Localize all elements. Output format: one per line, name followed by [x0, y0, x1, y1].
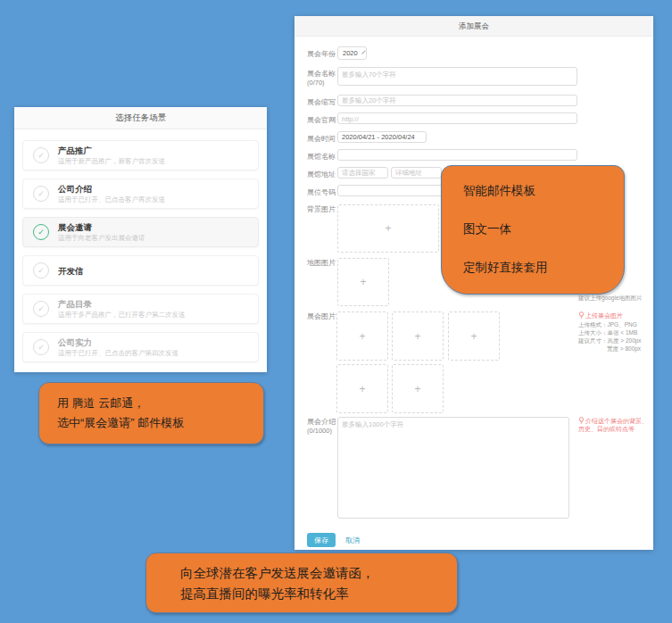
intro-label: 展会介绍*	[307, 417, 340, 427]
year-label: 展会年份*	[307, 49, 340, 59]
callout-line: 图文一体	[463, 222, 624, 236]
year-select-value: 2020	[343, 49, 358, 57]
map-image-upload[interactable]: +	[337, 258, 389, 306]
check-glyph: ✓	[37, 304, 45, 313]
scene-panel-title: 选择任务场景	[14, 107, 267, 129]
scene-option-product-catalog[interactable]: ✓ 产品目录 适用于多产品推广，已打开客户第二次发送	[22, 294, 259, 324]
abbr-label: 展会缩写	[307, 97, 336, 107]
check-glyph: ✓	[37, 189, 45, 198]
exhib-images-hint-dim-w: 宽度 > 800px	[607, 345, 641, 353]
scene-option-desc: 适用于新产品推广，新客户首次发送	[58, 158, 165, 165]
callout-line: 向全球潜在客户发送展会邀请函，	[180, 563, 457, 584]
check-circle-icon: ✓	[33, 301, 49, 317]
url-prefix: http://	[338, 113, 359, 123]
cancel-button[interactable]: 取消	[345, 536, 360, 545]
exhib-image-upload-1[interactable]: +	[336, 312, 388, 361]
exhibition-intro-input[interactable]	[337, 417, 569, 519]
exhib-images-hint-title: 上传展会图片	[578, 312, 623, 320]
name-label: 展会名称*	[307, 69, 340, 79]
scene-option-title: 公司实力	[58, 337, 178, 347]
exhib-images-label: 展会图片	[307, 312, 336, 321]
callout-line: 定制好直接套用	[463, 261, 624, 274]
scene-option-company-intro[interactable]: ✓ 公司介绍 适用于已打开、已点击客户再次发送	[22, 179, 259, 209]
exhib-image-upload-3[interactable]: +	[448, 312, 500, 361]
callout-line: 用 腾道 云邮通，	[57, 394, 263, 413]
task-scene-panel: 选择任务场景 ✓ 产品推广 适用于新产品推广，新客户首次发送 ✓ 公司介绍 适用…	[14, 107, 267, 372]
scene-option-product-promotion[interactable]: ✓ 产品推广 适用于新产品推广，新客户首次发送	[22, 140, 259, 170]
map-image-hint: 建议上传google地图图片	[578, 294, 643, 302]
exhib-image-upload-2[interactable]: +	[392, 312, 444, 361]
check-circle-icon: ✓	[33, 147, 49, 163]
scene-option-desc: 适用于已打开、已点击的客户第四次发送	[58, 350, 178, 357]
scene-option-development-letter[interactable]: ✓ 开发信	[22, 255, 259, 286]
lightbulb-icon	[578, 417, 585, 424]
name-counter: (0/70)	[307, 79, 325, 87]
plus-icon: +	[414, 383, 420, 395]
exhib-image-upload-5[interactable]: +	[392, 364, 444, 413]
callout-line: 选中“展会邀请” 邮件模板	[57, 413, 263, 433]
exhib-image-upload-4[interactable]: +	[336, 364, 388, 413]
website-label: 展会官网	[307, 115, 336, 125]
exhib-images-hint-size: 上传大小：单张 < 1MB	[578, 328, 637, 336]
exhibition-time-input[interactable]	[337, 131, 427, 143]
scene-option-desc: 适用于已打开、已点击客户再次发送	[58, 196, 165, 204]
map-image-label: 地图图片	[307, 258, 336, 268]
chevron-down-icon	[361, 50, 365, 54]
check-glyph: ✓	[37, 228, 45, 237]
scene-option-title: 产品目录	[58, 299, 186, 309]
lightbulb-icon	[578, 312, 585, 319]
plus-icon: +	[414, 330, 420, 343]
check-circle-icon: ✓	[33, 339, 49, 355]
exhibition-name-input[interactable]	[337, 67, 577, 86]
address-detail-input[interactable]	[391, 167, 442, 179]
address-label: 展馆地址*	[307, 170, 340, 179]
callout-send-invitation: 向全球潜在客户发送展会邀请函， 提高直播间的曝光率和转化率	[145, 552, 458, 613]
check-circle-icon-selected: ✓	[33, 224, 49, 240]
scene-option-company-strength[interactable]: ✓ 公司实力 适用于已打开、已点击的客户第四次发送	[22, 332, 259, 362]
bg-image-upload[interactable]: +	[337, 204, 439, 253]
country-select-input[interactable]	[337, 167, 388, 179]
hall-label: 展馆名称*	[307, 152, 340, 162]
plus-icon: +	[359, 383, 365, 395]
scene-option-exhibition-invite[interactable]: ✓ 展会邀请 适用于向老客户发出展会邀请	[22, 217, 259, 247]
exhib-images-hint-dim-h: 建议尺寸：高度 > 200px	[578, 336, 642, 345]
exhib-images-hint-format: 上传格式：JPG、PNG	[578, 320, 637, 328]
scene-option-desc: 适用于向老客户发出展会邀请	[58, 235, 145, 242]
callout-line: 提高直播间的曝光率和转化率	[180, 584, 457, 604]
bg-image-label: 背景图片	[307, 204, 336, 214]
callout-select-template: 用 腾道 云邮通， 选中“展会邀请” 邮件模板	[38, 382, 264, 444]
plus-icon: +	[385, 222, 391, 235]
exhibition-abbr-input[interactable]	[337, 95, 577, 106]
scene-option-desc: 适用于多产品推广，已打开客户第二次发送	[58, 312, 186, 319]
check-glyph: ✓	[37, 343, 45, 352]
plus-icon: +	[359, 330, 365, 343]
hall-name-input[interactable]	[337, 149, 577, 161]
exhibition-website-input[interactable]: http://	[337, 112, 577, 124]
save-button[interactable]: 保存	[307, 533, 336, 547]
booth-label: 展位号码*	[307, 187, 340, 197]
scene-option-title: 公司介绍	[58, 184, 165, 194]
callout-line: 智能邮件模板	[463, 184, 624, 197]
check-circle-icon: ✓	[33, 262, 49, 278]
scene-option-title: 开发信	[58, 266, 84, 276]
callout-smart-template: 智能邮件模板 图文一体 定制好直接套用	[441, 165, 625, 295]
plus-icon: +	[360, 276, 366, 288]
check-glyph: ✓	[37, 266, 45, 275]
intro-hint: 介绍这个展会的背景、历史、目的或特点等	[578, 417, 648, 433]
scene-option-title: 展会邀请	[58, 222, 145, 232]
plus-icon: +	[470, 330, 477, 343]
year-select[interactable]: 2020	[337, 46, 367, 60]
form-title: 添加展会	[295, 16, 653, 37]
check-glyph: ✓	[37, 151, 45, 160]
intro-counter: (0/1000)	[307, 427, 332, 435]
time-label: 展会时间*	[307, 134, 340, 144]
scene-option-title: 产品推广	[58, 145, 165, 155]
scene-list: ✓ 产品推广 适用于新产品推广，新客户首次发送 ✓ 公司介绍 适用于已打开、已点…	[14, 129, 267, 362]
check-circle-icon: ✓	[33, 186, 49, 202]
